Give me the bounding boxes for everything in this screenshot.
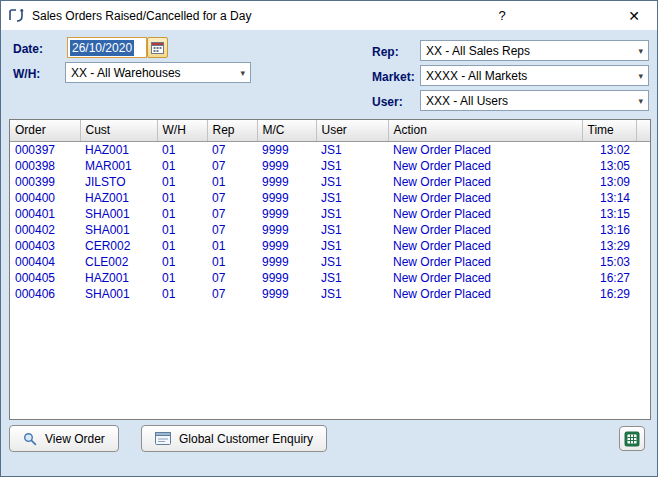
titlebar: Sales Orders Raised/Cancelled for a Day … xyxy=(1,1,657,30)
cell-user: JS1 xyxy=(316,222,388,238)
cell-order: 000406 xyxy=(10,286,80,302)
column-header-action[interactable]: Action xyxy=(388,120,582,141)
rep-value: XX - All Sales Reps xyxy=(426,44,530,58)
cell-wh: 01 xyxy=(157,270,207,286)
cell-time: 15:03 xyxy=(582,254,636,270)
cell-filler xyxy=(636,286,650,302)
app-icon xyxy=(8,8,25,23)
cell-action: New Order Placed xyxy=(388,286,582,302)
view-order-label: View Order xyxy=(45,432,105,446)
cell-action: New Order Placed xyxy=(388,222,582,238)
cell-wh: 01 xyxy=(157,141,207,158)
global-enquiry-label: Global Customer Enquiry xyxy=(179,432,313,446)
column-header-filler xyxy=(636,120,650,141)
export-excel-button[interactable] xyxy=(619,426,645,451)
chevron-down-icon: ▾ xyxy=(638,95,643,105)
date-input[interactable]: 26/10/2020 xyxy=(67,37,147,58)
column-header-user[interactable]: User xyxy=(316,120,388,141)
cell-mc: 9999 xyxy=(257,286,316,302)
table-row[interactable]: 000404 CLE002 01 01 9999 JS1 New Order P… xyxy=(10,254,650,270)
cell-user: JS1 xyxy=(316,190,388,206)
calendar-button[interactable] xyxy=(147,37,168,58)
cell-time: 13:05 xyxy=(582,158,636,174)
column-header-mc[interactable]: M/C xyxy=(257,120,316,141)
cell-cust: MAR001 xyxy=(80,158,157,174)
cell-mc: 9999 xyxy=(257,190,316,206)
cell-cust: SHA001 xyxy=(80,222,157,238)
table-row[interactable]: 000399 JILSTO 01 01 9999 JS1 New Order P… xyxy=(10,174,650,190)
cell-rep: 01 xyxy=(207,238,257,254)
sales-orders-window: Sales Orders Raised/Cancelled for a Day … xyxy=(0,0,658,477)
cell-filler xyxy=(636,254,650,270)
cell-wh: 01 xyxy=(157,254,207,270)
column-header-wh[interactable]: W/H xyxy=(157,120,207,141)
cell-rep: 01 xyxy=(207,174,257,190)
column-header-cust[interactable]: Cust xyxy=(80,120,157,141)
table-row[interactable]: 000398 MAR001 01 07 9999 JS1 New Order P… xyxy=(10,158,650,174)
table-row[interactable]: 000397 HAZ001 01 07 9999 JS1 New Order P… xyxy=(10,141,650,158)
cell-user: JS1 xyxy=(316,270,388,286)
warehouse-select[interactable]: XX - All Warehouses ▾ xyxy=(65,62,251,83)
cell-user: JS1 xyxy=(316,174,388,190)
cell-cust: HAZ001 xyxy=(80,270,157,286)
cell-cust: HAZ001 xyxy=(80,190,157,206)
cell-order: 000398 xyxy=(10,158,80,174)
cell-wh: 01 xyxy=(157,174,207,190)
user-select[interactable]: XXX - All Users ▾ xyxy=(420,90,649,111)
table-row[interactable]: 000400 HAZ001 01 07 9999 JS1 New Order P… xyxy=(10,190,650,206)
cell-action: New Order Placed xyxy=(388,141,582,158)
cell-wh: 01 xyxy=(157,238,207,254)
cell-cust: CLE002 xyxy=(80,254,157,270)
cell-cust: SHA001 xyxy=(80,286,157,302)
table-row[interactable]: 000403 CER002 01 01 9999 JS1 New Order P… xyxy=(10,238,650,254)
cell-filler xyxy=(636,222,650,238)
table-row[interactable]: 000405 HAZ001 01 07 9999 JS1 New Order P… xyxy=(10,270,650,286)
table-row[interactable]: 000406 SHA001 01 07 9999 JS1 New Order P… xyxy=(10,286,650,302)
cell-rep: 07 xyxy=(207,158,257,174)
cell-action: New Order Placed xyxy=(388,206,582,222)
global-customer-enquiry-button[interactable]: Global Customer Enquiry xyxy=(141,425,327,452)
cell-user: JS1 xyxy=(316,206,388,222)
cell-filler xyxy=(636,238,650,254)
cell-filler xyxy=(636,158,650,174)
cell-rep: 07 xyxy=(207,270,257,286)
cell-action: New Order Placed xyxy=(388,190,582,206)
cell-order: 000403 xyxy=(10,238,80,254)
cell-action: New Order Placed xyxy=(388,158,582,174)
cell-cust: SHA001 xyxy=(80,206,157,222)
date-value: 26/10/2020 xyxy=(70,40,134,56)
chevron-down-icon: ▾ xyxy=(638,70,643,80)
cell-user: JS1 xyxy=(316,254,388,270)
table-row[interactable]: 000402 SHA001 01 07 9999 JS1 New Order P… xyxy=(10,222,650,238)
user-label: User: xyxy=(372,95,403,109)
cell-cust: JILSTO xyxy=(80,174,157,190)
view-order-button[interactable]: View Order xyxy=(9,425,119,452)
warehouse-label: W/H: xyxy=(13,67,40,81)
column-header-rep[interactable]: Rep xyxy=(207,120,257,141)
cell-time: 13:02 xyxy=(582,141,636,158)
help-button[interactable]: ? xyxy=(487,1,517,30)
column-header-order[interactable]: Order xyxy=(10,120,80,141)
column-header-time[interactable]: Time xyxy=(582,120,636,141)
cell-filler xyxy=(636,174,650,190)
close-button[interactable]: ✕ xyxy=(619,1,649,30)
market-select[interactable]: XXXX - All Markets ▾ xyxy=(420,65,649,86)
cell-time: 13:29 xyxy=(582,238,636,254)
cell-order: 000400 xyxy=(10,190,80,206)
cell-wh: 01 xyxy=(157,286,207,302)
cell-time: 13:15 xyxy=(582,206,636,222)
cell-order: 000397 xyxy=(10,141,80,158)
chevron-down-icon: ▾ xyxy=(240,67,245,77)
cell-rep: 07 xyxy=(207,286,257,302)
cell-rep: 07 xyxy=(207,141,257,158)
cell-filler xyxy=(636,190,650,206)
cell-order: 000402 xyxy=(10,222,80,238)
table-row[interactable]: 000401 SHA001 01 07 9999 JS1 New Order P… xyxy=(10,206,650,222)
rep-select[interactable]: XX - All Sales Reps ▾ xyxy=(420,40,649,61)
date-label: Date: xyxy=(13,42,43,56)
cell-user: JS1 xyxy=(316,286,388,302)
cell-time: 13:14 xyxy=(582,190,636,206)
excel-icon xyxy=(624,431,640,447)
market-label: Market: xyxy=(372,70,415,84)
cell-mc: 9999 xyxy=(257,206,316,222)
